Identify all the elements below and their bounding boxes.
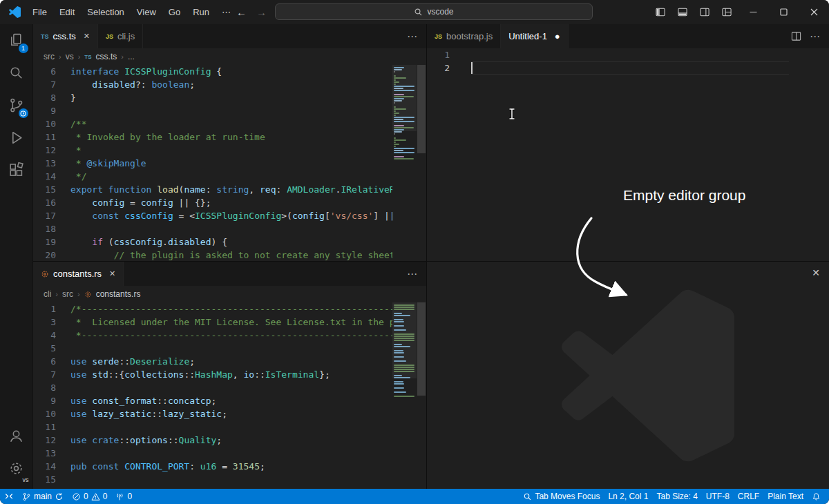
tab-label: Untitled-1 [508,31,547,41]
breadcrumb-item-vs[interactable]: vs [66,52,74,61]
mouse-ibeam-cursor [508,108,516,120]
ts-file-icon: TS [84,54,91,60]
dirty-indicator-icon[interactable]: ● [555,31,560,41]
eol-indicator[interactable]: CRLF [734,489,763,504]
accounts-icon[interactable] [0,420,33,452]
eol-label: CRLF [738,492,759,501]
tab-untitled-1[interactable]: Untitled-1 ● [501,24,569,48]
menu-file[interactable]: File [26,0,53,24]
vscode-window: File Edit Selection View Go Run ⋯ ← → vs… [0,0,829,504]
toggle-secondary-sidebar-icon[interactable] [694,0,716,24]
notifications-indicator[interactable] [808,489,825,504]
menu-view[interactable]: View [131,0,162,24]
minimap[interactable] [392,65,417,261]
status-bar-left: main 0 0 0 [0,489,136,504]
encoding-indicator[interactable]: UTF-8 [702,489,734,504]
editor-actions: ⋯ [783,24,829,48]
tab-label: css.ts [53,31,76,41]
menu-run[interactable]: Run [187,0,216,24]
forward-arrow-icon[interactable]: → [256,6,267,18]
close-group-icon[interactable]: ✕ [812,267,820,278]
menu-bar: File Edit Selection View Go Run ⋯ [26,0,237,24]
command-center-value: vscode [427,7,453,17]
menu-go[interactable]: Go [162,0,187,24]
code-editor[interactable] [459,48,829,261]
source-control-icon[interactable] [0,89,33,122]
breadcrumb-item-file[interactable]: css.ts [96,52,117,61]
code-editor[interactable]: interface ICSSPluginConfig { disabled?: … [65,65,392,261]
problems-indicator[interactable]: 0 0 [68,489,111,504]
close-icon[interactable]: ✕ [109,269,115,278]
cursor-position-indicator[interactable]: Ln 2, Col 1 [604,489,652,504]
vertical-scrollbar[interactable] [417,65,426,261]
tab-bar: TS css.ts ✕ JS cli.js ⋯ [33,24,426,48]
line-numbers: 12 [427,48,459,261]
sync-icon [55,492,64,501]
customize-layout-icon[interactable] [716,0,738,24]
close-window-button[interactable] [799,0,829,24]
run-and-debug-icon[interactable] [0,122,33,154]
tab-bootstrap-js[interactable]: JS bootstrap.js [427,24,501,48]
breadcrumb-item-file[interactable]: constants.rs [96,289,141,299]
minimap[interactable] [392,302,417,489]
warning-count: 0 [103,492,108,501]
remote-icon [4,492,14,501]
tab-css-ts[interactable]: TS css.ts ✕ [33,24,98,48]
extensions-icon[interactable] [0,154,33,186]
js-file-icon: JS [106,33,113,40]
editor-group-bottom-right-empty: ✕ [426,261,829,489]
title-bar: File Edit Selection View Go Run ⋯ ← → vs… [0,0,829,24]
js-file-icon: JS [435,33,442,40]
split-editor-icon[interactable] [791,31,801,41]
tab-moves-focus-indicator[interactable]: Tab Moves Focus [519,489,604,504]
cursor-position-label: Ln 2, Col 1 [608,492,648,501]
minimize-button[interactable] [738,0,768,24]
breadcrumb-item-symbol[interactable]: ... [128,52,135,61]
chevron-right-icon: › [77,290,80,298]
back-arrow-icon[interactable]: ← [236,6,247,18]
activity-bar-bottom: vs [0,420,33,485]
text-cursor [471,62,473,74]
maximize-button[interactable] [768,0,799,24]
status-bar: main 0 0 0 Tab Moves Focus Ln 2, Col 1 [0,489,829,504]
code-editor[interactable]: /*--------------------------------------… [65,302,392,489]
more-actions-icon[interactable]: ⋯ [810,30,821,43]
language-mode-indicator[interactable]: Plain Text [763,489,808,504]
menu-selection[interactable]: Selection [81,0,130,24]
line-numbers: 67891011121314151617181920 [33,65,65,261]
breadcrumb-item-src[interactable]: src [44,52,55,61]
toggle-primary-sidebar-icon[interactable] [649,0,671,24]
more-actions-icon[interactable]: ⋯ [407,268,418,280]
source-control-badge-clock-icon [19,108,28,118]
radio-tower-icon [115,492,124,501]
menu-overflow[interactable]: ⋯ [216,0,237,24]
breadcrumb-item-cli[interactable]: cli [44,289,51,299]
settings-gear-icon[interactable]: vs [0,452,33,485]
breadcrumb: cli › src › constants.rs [33,286,426,302]
explorer-icon[interactable]: 1 [0,24,33,57]
magnifier-icon [523,492,532,501]
editor-group-top-right: JS bootstrap.js Untitled-1 ● ⋯ 12 [426,24,829,261]
close-icon[interactable]: ✕ [84,32,90,41]
tab-cli-js[interactable]: JS cli.js [98,24,143,48]
indentation-indicator[interactable]: Tab Size: 4 [652,489,701,504]
menu-edit[interactable]: Edit [53,0,81,24]
window-controls [649,0,829,24]
editor-untitled-1: 12 [427,48,829,261]
breadcrumb-item-src[interactable]: src [62,289,73,299]
toggle-panel-icon[interactable] [671,0,694,24]
editor-constants-rs: 1345678910111213141516 /*---------------… [33,302,426,489]
tab-constants-rs[interactable]: constants.rs ✕ [33,262,124,286]
editor-grid: TS css.ts ✕ JS cli.js ⋯ src › vs › TS cs… [33,24,829,489]
remote-indicator[interactable] [0,489,18,504]
search-icon [414,8,423,17]
ports-indicator[interactable]: 0 [111,489,136,504]
chevron-right-icon: › [55,290,58,298]
ts-file-icon: TS [41,33,49,40]
branch-indicator[interactable]: main [18,489,68,504]
search-view-icon[interactable] [0,57,33,89]
more-actions-icon[interactable]: ⋯ [407,30,418,43]
tab-label: bootstrap.js [446,31,493,41]
command-center-search[interactable]: vscode [275,3,593,20]
vertical-scrollbar[interactable] [417,302,426,489]
